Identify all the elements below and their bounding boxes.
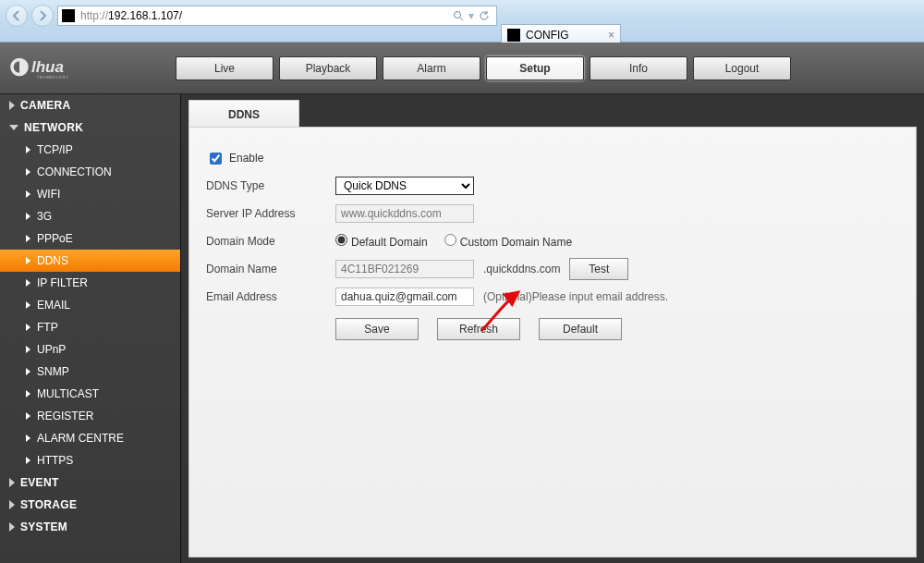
- chevron-right-icon: [9, 478, 15, 487]
- search-icon[interactable]: [450, 7, 467, 24]
- top-nav: LivePlaybackAlarmSetupInfoLogout: [176, 56, 791, 80]
- sidebar-item-label: ALARM CENTRE: [37, 432, 124, 445]
- sidebar-section-label: NETWORK: [24, 121, 83, 134]
- ddns-type-select[interactable]: Quick DDNS: [335, 177, 474, 195]
- chevron-right-icon: [9, 522, 15, 532]
- sidebar-item-wifi[interactable]: WIFI: [0, 183, 180, 205]
- sidebar-item-multicast[interactable]: MULTICAST: [0, 383, 180, 405]
- domain-name-suffix: .quickddns.com: [483, 263, 560, 275]
- chevron-right-icon: [26, 190, 30, 198]
- topnav-alarm[interactable]: Alarm: [383, 56, 480, 80]
- ddns-type-label: DDNS Type: [206, 179, 335, 192]
- chevron-right-icon: [26, 368, 30, 375]
- refresh-button[interactable]: Refresh: [437, 318, 520, 340]
- domain-name-field[interactable]: [335, 260, 474, 278]
- sidebar-item-ddns[interactable]: DDNS: [0, 250, 180, 272]
- tab-close-icon[interactable]: ×: [608, 29, 614, 42]
- sidebar-item-email[interactable]: EMAIL: [0, 294, 180, 316]
- chevron-right-icon: [26, 324, 30, 331]
- sidebar-section-storage[interactable]: STORAGE: [0, 494, 180, 516]
- address-bar[interactable]: http:// 192.168.1.107/ ▾: [57, 6, 497, 26]
- server-ip-field[interactable]: [335, 204, 474, 223]
- back-button[interactable]: [6, 5, 28, 27]
- forward-button[interactable]: [31, 5, 54, 27]
- chevron-right-icon: [26, 235, 30, 242]
- browser-chrome: http:// 192.168.1.107/ ▾ CONFIG ×: [0, 0, 924, 43]
- chevron-right-icon: [26, 146, 30, 153]
- chevron-right-icon: [26, 213, 30, 220]
- domain-mode-label: Domain Mode: [206, 235, 335, 248]
- sidebar-item-upnp[interactable]: UPnP: [0, 338, 180, 361]
- panel-body: Enable DDNS Type Quick DDNS Server IP Ad…: [188, 127, 917, 557]
- domain-mode-custom-radio[interactable]: [444, 234, 456, 246]
- chevron-down-icon: [9, 125, 18, 130]
- sidebar-item-threeg[interactable]: 3G: [0, 205, 180, 227]
- server-ip-label: Server IP Address: [206, 207, 335, 220]
- email-field[interactable]: [335, 288, 474, 306]
- panel-tab-ddns[interactable]: DDNS: [188, 100, 299, 128]
- sidebar-section-network[interactable]: NETWORK: [0, 116, 180, 139]
- topbar: lhua TECHNOLOGY LivePlaybackAlarmSetupIn…: [0, 43, 924, 94]
- sidebar-item-label: EMAIL: [37, 299, 70, 312]
- sidebar-item-ftp[interactable]: FTP: [0, 316, 180, 338]
- chevron-right-icon: [26, 301, 30, 309]
- sidebar-section-camera[interactable]: CAMERA: [0, 94, 180, 116]
- sidebar-item-label: WIFI: [37, 188, 60, 201]
- tab-title: CONFIG: [526, 29, 569, 42]
- sidebar-item-label: TCP/IP: [37, 143, 73, 156]
- sidebar-item-connection[interactable]: CONNECTION: [0, 161, 180, 183]
- sidebar-item-label: CONNECTION: [37, 165, 112, 178]
- topnav-live[interactable]: Live: [176, 56, 274, 80]
- chevron-right-icon: [9, 500, 15, 509]
- domain-name-label: Domain Name: [206, 263, 335, 275]
- sidebar: CAMERANETWORKTCP/IPCONNECTIONWIFI3GPPPoE…: [0, 94, 181, 563]
- email-label: Email Address: [206, 290, 335, 303]
- sidebar-item-snmp[interactable]: SNMP: [0, 361, 180, 383]
- sidebar-item-label: MULTICAST: [37, 387, 99, 400]
- sidebar-section-label: SYSTEM: [20, 520, 67, 533]
- chevron-right-icon: [26, 279, 30, 287]
- domain-mode-default-radio[interactable]: [335, 234, 347, 246]
- sidebar-item-https[interactable]: HTTPS: [0, 449, 180, 471]
- sidebar-item-ipfilter[interactable]: IP FILTER: [0, 272, 180, 294]
- sidebar-section-system[interactable]: SYSTEM: [0, 516, 180, 538]
- sidebar-section-label: EVENT: [20, 476, 59, 489]
- sidebar-item-label: DDNS: [37, 254, 68, 267]
- sidebar-item-label: PPPoE: [37, 232, 73, 245]
- chevron-right-icon: [26, 412, 30, 420]
- chevron-right-icon: [26, 168, 30, 176]
- url-host: 192.168.1.107/: [108, 9, 182, 22]
- sidebar-item-label: REGISTER: [37, 410, 93, 422]
- svg-text:TECHNOLOGY: TECHNOLOGY: [37, 76, 69, 80]
- topnav-logout[interactable]: Logout: [693, 56, 791, 80]
- sidebar-item-register[interactable]: REGISTER: [0, 405, 180, 427]
- svg-line-1: [460, 18, 463, 20]
- sidebar-item-tcpip[interactable]: TCP/IP: [0, 139, 180, 161]
- refresh-icon[interactable]: [476, 7, 492, 24]
- enable-checkbox[interactable]: [210, 153, 222, 165]
- sidebar-item-label: HTTPS: [37, 454, 73, 467]
- save-button[interactable]: Save: [335, 318, 419, 340]
- sidebar-item-label: SNMP: [37, 365, 69, 378]
- svg-point-0: [455, 12, 461, 18]
- topnav-info[interactable]: Info: [590, 56, 687, 80]
- chevron-right-icon: [26, 257, 30, 264]
- default-button[interactable]: Default: [539, 318, 622, 340]
- topnav-playback[interactable]: Playback: [279, 56, 377, 80]
- sidebar-item-alarmcentre[interactable]: ALARM CENTRE: [0, 427, 180, 449]
- sidebar-item-label: IP FILTER: [37, 276, 88, 289]
- url-prefix: http://: [80, 9, 108, 22]
- favicon-icon: [62, 9, 75, 22]
- chevron-right-icon: [26, 434, 30, 442]
- chevron-right-icon: [26, 390, 30, 398]
- sidebar-item-pppoe[interactable]: PPPoE: [0, 227, 180, 250]
- topnav-setup[interactable]: Setup: [486, 56, 584, 80]
- browser-tab[interactable]: CONFIG ×: [501, 24, 621, 44]
- test-button[interactable]: Test: [569, 258, 628, 280]
- sidebar-section-label: STORAGE: [20, 498, 77, 511]
- email-hint: (Optional)Please input email address.: [483, 290, 668, 303]
- chevron-right-icon: [26, 346, 30, 353]
- sidebar-section-label: CAMERA: [20, 99, 70, 112]
- svg-text:lhua: lhua: [31, 58, 64, 76]
- sidebar-section-event[interactable]: EVENT: [0, 471, 180, 494]
